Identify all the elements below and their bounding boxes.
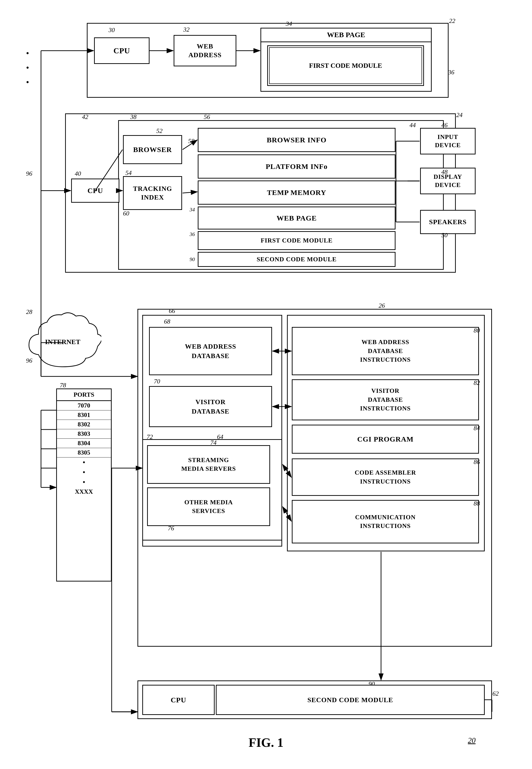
platform-info-box: PLATFORM INFo [198,154,396,178]
ref-62: 62 [492,690,499,697]
cgi-program-label: CGI PROGRAM [357,435,413,443]
display-device-box: DISPLAYDEVICE [420,168,476,194]
ref-46: 46 [441,122,448,129]
web-address-label: WEBADDRESS [188,42,222,60]
streaming-media-box: STREAMINGMEDIA SERVERS [147,445,270,484]
other-media-box: OTHER MEDIASERVICES [147,488,270,526]
port-8305: 8305 [57,448,111,458]
bullet-2: • [26,63,29,73]
port-8303: 8303 [57,429,111,439]
cgi-program-box: CGI PROGRAM [292,425,479,454]
ref-52: 52 [156,127,163,135]
web-address-box: WEBADDRESS [174,35,236,66]
ref-96a: 96 [26,357,32,364]
browser-info-box: BROWSER INFO [198,128,396,152]
first-code-mid-label: FIRST CODE MODULE [261,237,333,244]
dot2: • [57,468,111,477]
code-assembler-label: CODE ASSEMBLERINSTRUCTIONS [355,468,416,486]
display-device-label: DISPLAYDEVICE [434,173,462,189]
ref-56: 56 [204,113,210,121]
ref-96b: 96 [26,170,32,177]
web-page-mid-label: WEB PAGE [277,214,317,222]
web-addr-db-instr-label: WEB ADDRESSDATABASEINSTRUCTIONS [360,338,411,364]
port-8304: 8304 [57,439,111,448]
visitor-db-instr-box: VISITORDATABASEINSTRUCTIONS [292,379,479,420]
bullet-1: • [26,48,29,58]
ref-36: 36 [448,69,454,76]
ref-70: 70 [154,378,160,385]
ref-88: 88 [474,500,480,507]
second-code-mid-box: SECOND CODE MODULE [198,252,396,267]
ref-68: 68 [164,318,170,325]
input-device-label: INPUTDEVICE [435,133,461,149]
second-code-bottom-label: SECOND CODE MODULE [307,696,393,704]
ref-66: 66 [169,307,175,315]
ref-48: 48 [441,168,448,176]
communication-label: COMMUNICATIONINSTRUCTIONS [355,513,416,531]
ref-84: 84 [474,425,480,432]
ref-50: 50 [441,232,448,239]
port-xxxx: XXXX [57,487,111,496]
ref-24: 24 [456,111,463,119]
web-page-top-label: WEB PAGE [260,28,432,42]
first-code-top-label: FIRST CODE MODULE [309,62,382,69]
temp-memory-label: TEMP MEMORY [267,188,326,197]
cpu-top-label: CPU [114,46,130,55]
ref-34b: 34 [190,206,195,213]
ref-34: 34 [286,20,292,27]
browser-box: BROWSER [123,135,182,164]
ref-72: 72 [147,434,153,441]
ref-42: 42 [82,113,88,121]
browser-info-label: BROWSER INFO [267,136,327,144]
ref-44: 44 [409,122,416,129]
other-media-label: OTHER MEDIASERVICES [184,498,233,516]
second-code-bottom-box: SECOND CODE MODULE [216,685,485,715]
web-addr-db-box: WEB ADDRESSDATABASE [149,327,272,375]
ports-box: PORTS 7070 8301 8302 8303 8304 8305 • • … [56,389,112,582]
input-device-box: INPUTDEVICE [420,128,476,154]
web-page-mid-box: WEB PAGE [198,206,396,229]
cpu-bottom-box: CPU [142,685,215,715]
port-8301: 8301 [57,411,111,420]
cpu-mid-box: CPU [71,178,119,203]
bullet-3: • [26,77,29,87]
ref-78: 78 [60,382,66,389]
ref-40: 40 [75,170,81,177]
left-bullets: • • • [26,48,29,87]
port-7070: 7070 [57,401,111,411]
visitor-db-label: VISITORDATABASE [192,397,229,416]
port-8302: 8302 [57,420,111,429]
second-code-mid-label: SECOND CODE MODULE [257,256,336,263]
ref-32: 32 [183,26,190,33]
ref-20: 20 [468,736,476,745]
internet-cloud: INTERNET [24,309,101,376]
code-assembler-box: CODE ASSEMBLERINSTRUCTIONS [292,459,479,496]
ref-28: 28 [26,308,32,315]
ref-86: 86 [474,459,480,466]
cpu-mid-label: CPU [88,186,103,195]
visitor-db-instr-label: VISITORDATABASEINSTRUCTIONS [360,387,411,413]
web-addr-db-label: WEB ADDRESSDATABASE [185,342,236,360]
ports-header: PORTS [57,389,111,401]
temp-memory-box: TEMP MEMORY [198,180,396,205]
ref-90: 90 [190,256,195,262]
internet-label: INTERNET [45,338,80,346]
ref-22: 22 [449,17,455,25]
platform-info-label: PLATFORM INFo [266,162,328,171]
diagram: • • • 22 CPU 30 WEBADDRESS 32 34 WEB PAG… [0,0,532,769]
ref-60: 60 [123,210,129,217]
ref-64: 64 [217,434,223,441]
tracking-index-box: TRACKINGINDEX [123,176,182,210]
streaming-media-label: STREAMINGMEDIA SERVERS [181,456,236,474]
speakers-label: SPEAKERS [429,218,467,226]
cpu-top-box: CPU [94,37,150,64]
ref-36b: 36 [190,231,195,237]
communication-box: COMMUNICATIONINSTRUCTIONS [292,500,479,543]
ref-38: 38 [130,113,136,121]
tracking-index-label: TRACKINGINDEX [133,184,172,202]
ref-74: 74 [210,439,217,447]
visitor-db-box: VISITORDATABASE [149,386,272,427]
ref-80: 80 [474,327,480,334]
browser-label: BROWSER [133,145,172,154]
ref-76: 76 [168,525,174,532]
